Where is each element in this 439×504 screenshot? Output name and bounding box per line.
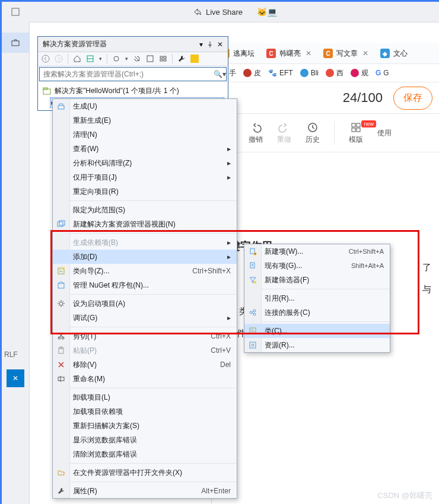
menu-item-1[interactable]: 重新生成(E): [53, 113, 237, 127]
menu-item-21[interactable]: 移除(V)Del: [53, 358, 237, 372]
solution-row[interactable]: 解决方案"HelloWorld"(1 个项目/共 1 个): [42, 85, 224, 97]
menu-item-6[interactable]: 重定向项目(R): [53, 184, 237, 199]
menu-item-8[interactable]: 限定为此范围(S): [53, 203, 237, 217]
menu-item-25[interactable]: 加载项目依赖项: [53, 404, 237, 419]
svg-rect-25: [58, 283, 64, 288]
browser-tab-3[interactable]: ◆文心: [376, 46, 412, 61]
pin-icon[interactable]: [206, 41, 214, 48]
menu-item-20[interactable]: 粘贴(P)Ctrl+V: [53, 343, 237, 358]
menu-item-19[interactable]: 剪切(T)Ctrl+X: [53, 329, 237, 343]
submenu-item-5[interactable]: 连接的服务(C): [244, 305, 390, 320]
submenu-arrow-icon: ▸: [227, 238, 231, 247]
tab-favicon: C: [323, 49, 333, 58]
menu-item-22[interactable]: 重命名(M): [53, 372, 237, 386]
watermark: CSDN @韩曙亮: [377, 490, 432, 501]
newitem-icon: [248, 247, 257, 256]
bookmark-3[interactable]: Bli: [300, 69, 319, 77]
submenu-item-1[interactable]: 现有项(G)...Shift+Alt+A: [244, 259, 390, 273]
menu-item-26[interactable]: 重新扫描解决方案(S): [53, 419, 237, 433]
menu-item-28[interactable]: 清除浏览数据库错误: [53, 447, 237, 461]
panel-search[interactable]: 🔍▾: [39, 67, 227, 81]
menu-item-14[interactable]: 管理 NuGet 程序包(N)...: [53, 278, 237, 292]
submenu-item-7[interactable]: 类(C)...: [244, 324, 390, 338]
svg-rect-15: [160, 59, 163, 61]
left-rail: RLF ✕: [2, 2, 30, 504]
nav-back-icon[interactable]: [42, 55, 50, 63]
wrench-icon[interactable]: [177, 55, 186, 63]
menu-item-12[interactable]: 添加(D)▸: [53, 250, 237, 264]
save-draft-button[interactable]: 保存: [393, 87, 432, 110]
menu-item-16[interactable]: 设为启动项目(A): [53, 296, 237, 311]
switch-view-icon[interactable]: [86, 55, 94, 63]
side-tab-close[interactable]: ✕: [7, 369, 24, 387]
panel-close-icon[interactable]: ✕: [217, 40, 223, 49]
menu-item-4[interactable]: 分析和代码清理(Z)▸: [53, 156, 237, 170]
showall-icon[interactable]: [146, 55, 154, 63]
tb-use[interactable]: 使用: [377, 128, 392, 138]
solution-label: 解决方案"HelloWorld"(1 个项目/共 1 个): [55, 86, 179, 96]
menu-item-3[interactable]: 查看(W)▸: [53, 142, 237, 156]
flag-icon[interactable]: [190, 55, 199, 63]
refresh-icon[interactable]: [133, 55, 141, 63]
bookmarks-row: 📕手皮🐾EFTBli西观GG: [212, 64, 439, 82]
bookmark-5[interactable]: 观: [351, 68, 368, 78]
rail-icon-toolbox[interactable]: [2, 33, 29, 53]
menu-item-9[interactable]: 新建解决方案资源管理器视图(N): [53, 217, 237, 231]
search-input[interactable]: [40, 68, 213, 81]
submenu-arrow-icon: ▸: [227, 159, 231, 167]
sync-icon[interactable]: [112, 55, 120, 63]
menu-item-5[interactable]: 仅用于项目(J)▸: [53, 170, 237, 184]
tab-close-icon[interactable]: ✕: [362, 49, 368, 58]
panel-title: 解决方案资源管理器: [43, 39, 107, 49]
menu-item-32[interactable]: 属性(R)Alt+Enter: [53, 484, 237, 498]
submenu-item-4[interactable]: 引用(R)...: [244, 291, 390, 305]
encoding-indicator: RLF: [4, 350, 18, 359]
menu-item-27[interactable]: 显示浏览数据库错误: [53, 433, 237, 447]
bookmark-1[interactable]: 皮: [243, 68, 261, 78]
svg-point-10: [55, 55, 62, 62]
menu-item-24[interactable]: 卸载项目(L): [53, 390, 237, 404]
menu-item-30[interactable]: 在文件资源管理器中打开文件夹(X): [53, 465, 237, 480]
menu-item-11[interactable]: 生成依赖项(B)▸: [53, 235, 237, 250]
svg-rect-1: [12, 41, 19, 46]
bookmark-4[interactable]: 西: [326, 68, 343, 78]
cut-icon: [56, 331, 66, 341]
tab-close-icon[interactable]: ✕: [306, 49, 311, 58]
tb-redo[interactable]: 重做: [277, 122, 291, 145]
svg-rect-31: [58, 377, 64, 381]
build-icon: [56, 101, 66, 111]
svg-rect-13: [160, 56, 163, 58]
bookmark-2[interactable]: 🐾EFT: [268, 69, 293, 77]
browser-tab-2[interactable]: C写文章✕: [319, 46, 373, 61]
menu-item-0[interactable]: 生成(U): [53, 99, 237, 113]
folder-icon: [56, 468, 66, 477]
submenu-item-2[interactable]: 新建筛选器(F): [244, 273, 390, 287]
menu-item-17[interactable]: 调试(G)▸: [53, 311, 237, 325]
bookmark-6[interactable]: GG: [376, 69, 389, 77]
tb-history[interactable]: 历史: [306, 122, 320, 145]
resource-icon: [248, 340, 257, 350]
menu-item-13[interactable]: 类向导(Z)...Ctrl+Shift+X: [53, 264, 237, 278]
rail-icon-1[interactable]: [2, 2, 29, 22]
share-icon: [193, 7, 202, 17]
tab-favicon: ◆: [380, 49, 390, 58]
panel-dropdown-icon[interactable]: ▾: [199, 40, 203, 49]
tb-undo[interactable]: 撤销: [249, 122, 263, 145]
nav-fwd-icon[interactable]: [55, 55, 63, 63]
home-icon[interactable]: [73, 55, 81, 63]
existitem-icon: [248, 261, 257, 270]
svg-rect-0: [12, 8, 19, 15]
add-submenu: 新建项(W)...Ctrl+Shift+A现有项(G)...Shift+Alt+…: [244, 244, 390, 353]
collapse-icon[interactable]: [159, 55, 167, 63]
rename-icon: [56, 374, 66, 384]
delete-icon: [56, 360, 66, 369]
submenu-item-0[interactable]: 新建项(W)...Ctrl+Shift+A: [244, 244, 390, 259]
tb-template[interactable]: 模版: [349, 122, 363, 145]
submenu-arrow-icon: ▸: [227, 173, 231, 181]
browser-tab-1[interactable]: C韩曙亮✕: [262, 46, 316, 61]
menu-item-2[interactable]: 清理(N): [53, 127, 237, 142]
live-share-button[interactable]: Live Share: [193, 7, 243, 17]
search-icon[interactable]: 🔍▾: [213, 70, 226, 78]
admin-icon[interactable]: 🐱‍💻: [257, 7, 277, 17]
submenu-item-8[interactable]: 资源(R)...: [244, 338, 390, 352]
